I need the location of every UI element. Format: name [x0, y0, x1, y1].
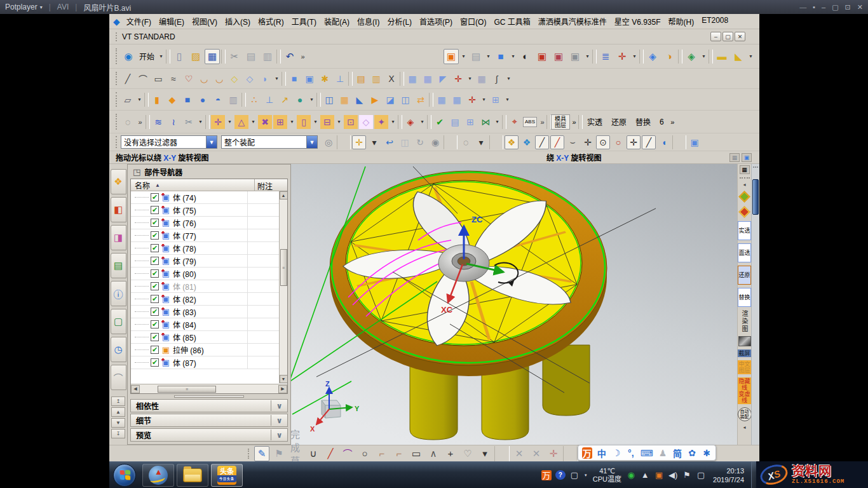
sketch-tool-icon[interactable]: ⌒	[340, 446, 355, 461]
window-control-button[interactable]: ✕	[735, 32, 745, 41]
toolbar-icon[interactable]: ▾	[504, 93, 511, 107]
toolbar-icon[interactable]: ♡	[182, 72, 196, 86]
overflow-icon[interactable]: »	[570, 115, 578, 129]
column-name[interactable]: 名称▲	[131, 179, 254, 191]
window-control-icon[interactable]: ⊡	[845, 3, 851, 11]
auto-assembly-button[interactable]: 自动装配	[738, 407, 752, 421]
toolbar-icon[interactable]: ▾	[419, 115, 426, 129]
toolbar-icon[interactable]: ⊟	[320, 115, 334, 129]
toolbar-icon[interactable]: »	[299, 49, 307, 64]
toolbar-icon[interactable]: ▣	[444, 49, 459, 64]
start-button[interactable]	[113, 464, 136, 487]
sketch-tool-icon[interactable]: ∪	[306, 446, 321, 461]
snap-point-icon[interactable]: ❖	[505, 135, 519, 149]
ime-icon[interactable]: 中	[597, 447, 607, 459]
resource-tab-icon[interactable]: ▢	[111, 309, 126, 334]
toolbar-icon[interactable]: ✂	[182, 115, 196, 129]
toolbar-icon[interactable]	[221, 50, 226, 64]
toolbar-icon[interactable]: ▾	[700, 49, 707, 64]
hidden-line-button[interactable]: 隐藏线变虚线	[738, 377, 751, 404]
collapse-left-icon[interactable]: ◂	[743, 424, 745, 430]
scrollbar-thumb[interactable]: ≡	[280, 249, 287, 286]
menu-item[interactable]: 帮助(H)	[665, 15, 698, 28]
toolbar-icon[interactable]: ▦	[337, 93, 351, 107]
toolbar-icon[interactable]: ◡	[212, 72, 226, 86]
snap-point-icon[interactable]	[672, 135, 686, 149]
toolbar-icon[interactable]: ▾	[466, 72, 473, 86]
toolbar-icon[interactable]: ▭	[151, 72, 165, 86]
toolbar-icon[interactable]: ◌	[121, 115, 135, 129]
sketch-tool-icon[interactable]: ⌐	[374, 446, 390, 461]
taskbar-item-explorer[interactable]	[177, 464, 208, 487]
toolbar-icon[interactable]: ▯	[297, 115, 311, 129]
sketch-tool-icon[interactable]: ⚑	[271, 446, 287, 461]
shaded-translucent-button[interactable]: 实透	[738, 221, 751, 240]
toolbar-icon[interactable]	[205, 115, 210, 129]
toolbar-icon[interactable]: ▾	[480, 93, 487, 107]
sketch-tool-icon[interactable]	[494, 446, 510, 461]
toolbar-icon[interactable]: ▨	[188, 49, 203, 64]
collapsed-panel-bar[interactable]: 细节 ∨	[130, 414, 288, 427]
sketch-tool-icon[interactable]	[563, 446, 578, 461]
scroll-button[interactable]: ↧	[111, 429, 125, 438]
scrollbar-thumb[interactable]: ≡	[158, 386, 216, 393]
window-control-icon[interactable]: ▢	[832, 3, 838, 11]
toolbar-icon[interactable]: ▾	[136, 93, 143, 107]
menu-item[interactable]: 编辑(E)	[155, 15, 188, 28]
toolbar-icon[interactable]: ✛	[451, 72, 465, 86]
sketch-tool-icon[interactable]: ⌐	[391, 446, 407, 461]
scroll-button[interactable]: ↥	[111, 396, 125, 406]
tray-icon[interactable]: ?	[555, 470, 566, 480]
menu-item[interactable]: 视图(V)	[188, 15, 221, 28]
snap-point-icon[interactable]: ○	[611, 135, 625, 149]
toolbar-icon[interactable]	[144, 93, 149, 107]
tree-row[interactable]: ✔ ▣ 体 (74)	[131, 191, 279, 204]
resource-tab-icon[interactable]: ◨	[111, 225, 126, 250]
panel-splitter[interactable]	[128, 394, 290, 399]
toolbar-icon[interactable]: ▣	[567, 49, 583, 64]
menu-item[interactable]: 插入(S)	[221, 15, 254, 28]
grid-mini-icon[interactable]: ▦	[740, 165, 750, 174]
render-view-label[interactable]: 渲染图	[740, 310, 749, 333]
column-note[interactable]: 附注	[254, 179, 287, 191]
toolbar-icon[interactable]	[592, 50, 597, 64]
toolbar-icon[interactable]: ▦	[421, 72, 435, 86]
toolbar-icon[interactable]: ▤	[243, 49, 259, 64]
toolbar-icon[interactable]: ╱	[121, 72, 135, 86]
toolbar-icon[interactable]: ▥	[260, 49, 275, 64]
snap-point-icon[interactable]: ⌣	[566, 135, 580, 149]
status-mini-icon[interactable]: ▣	[742, 153, 752, 162]
menu-item[interactable]: 首选项(P)	[416, 15, 456, 28]
toolbar-icon[interactable]	[400, 72, 404, 86]
toolbar-icon[interactable]: ◣	[353, 93, 367, 107]
display-mode-button[interactable]: 6	[655, 118, 668, 126]
tray-icon[interactable]: 万	[541, 470, 552, 480]
toolbar-icon[interactable]: ▾	[158, 49, 165, 64]
checkbox-icon[interactable]: ✔	[151, 333, 159, 341]
tree-horizontal-scrollbar[interactable]: ◀ ≡ ▶	[131, 384, 287, 393]
snap-point-icon[interactable]	[444, 135, 458, 149]
checkbox-icon[interactable]: ✔	[151, 219, 159, 227]
sketch-tool-icon[interactable]: ✕	[512, 446, 527, 461]
chevron-down-icon[interactable]: ∨	[271, 400, 287, 411]
tree-row[interactable]: ✔ ▣ 拉伸 (86)	[131, 344, 279, 356]
tree-row[interactable]: ✔ ▣ 体 (76)	[131, 217, 279, 229]
toolbar-icon[interactable]: »	[136, 115, 144, 129]
toolbar-icon[interactable]: ▣	[302, 72, 316, 86]
toolbar-icon[interactable]	[146, 115, 150, 129]
toolbar-icon[interactable]: ◫	[398, 93, 412, 107]
toolbar-icon[interactable]: ∴	[247, 93, 261, 107]
snap-point-icon[interactable]: ❖	[520, 135, 534, 149]
menu-item[interactable]: ET2008	[698, 15, 732, 28]
toolbar-icon[interactable]: ✂	[227, 49, 242, 64]
tray-icon[interactable]: ▾	[583, 470, 588, 480]
tree-row[interactable]: ✔ ▣ 体 (83)	[131, 306, 279, 318]
sketch-tool-icon[interactable]: ▭	[409, 446, 424, 461]
toolbar-icon[interactable]: ▦	[405, 72, 419, 86]
clock[interactable]: 20:132019/7/24	[713, 466, 744, 484]
toolbar-icon[interactable]: ◈	[645, 49, 660, 64]
toolbar-icon[interactable]: ◇	[359, 115, 373, 129]
toolbar-icon[interactable]: ▾	[390, 115, 397, 129]
sketch-tool-icon[interactable]: ✕	[529, 446, 544, 461]
toolbar-icon[interactable]: ●	[196, 93, 210, 107]
